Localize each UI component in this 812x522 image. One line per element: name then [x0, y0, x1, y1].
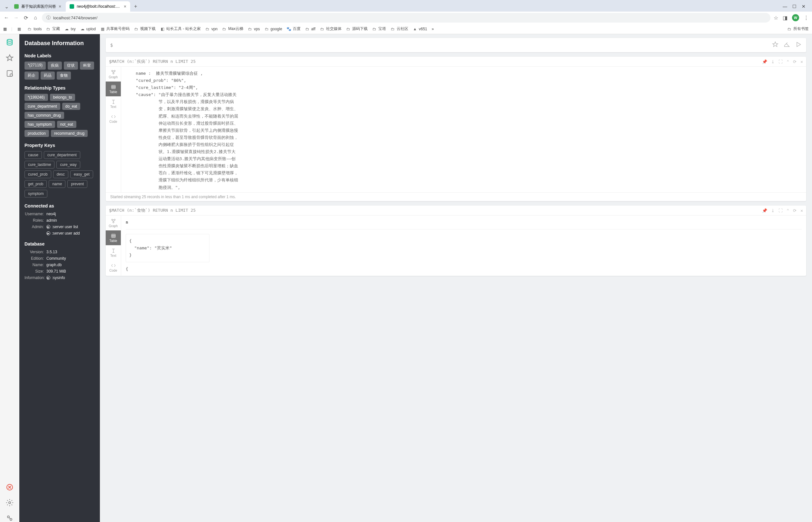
profile-avatar[interactable]: W — [792, 14, 799, 21]
view-tab-table[interactable]: Table — [106, 230, 121, 245]
chips-labels-chip-0[interactable]: *(27119) — [24, 62, 46, 69]
new-tab-button[interactable]: + — [131, 3, 140, 9]
close-window-icon[interactable]: ✕ — [802, 4, 806, 9]
collapse-icon[interactable]: ⌃ — [787, 208, 789, 213]
chips-rels-chip-5[interactable]: has_symptom — [24, 121, 55, 128]
chips-props-chip-2[interactable]: cure_lasttime — [24, 161, 55, 168]
reload-button[interactable]: ⟳ — [23, 15, 29, 21]
bookmark-star-icon[interactable]: ☆ — [774, 15, 778, 21]
rerun-icon[interactable]: ⟳ — [793, 59, 796, 64]
chips-labels-chip-4[interactable]: 药企 — [24, 72, 39, 80]
minimize-icon[interactable]: — — [783, 4, 787, 9]
browser-tab-1[interactable]: neo4j@bolt://localhost:7687 × — [66, 1, 130, 12]
conn-rows-val-2[interactable]: ▶:server user list — [46, 225, 95, 229]
pin-icon[interactable]: 📌 — [762, 59, 767, 64]
chips-rels-chip-2[interactable]: cure_department — [24, 103, 60, 110]
chips-labels-chip-3[interactable]: 科室 — [80, 62, 94, 69]
bookmark-item-9[interactable]: 🗀Max云梯 — [222, 26, 243, 32]
extensions-icon[interactable]: ◨ — [783, 15, 788, 21]
export-icon[interactable]: ⤓ — [771, 59, 775, 64]
conn-rows-val-3[interactable]: ▶:server user add — [46, 231, 95, 236]
favorite-icon[interactable] — [772, 41, 778, 49]
documents-icon[interactable] — [6, 69, 14, 77]
chips-props-chip-9[interactable]: prevent — [67, 180, 87, 188]
close-frame-icon[interactable]: ✕ — [800, 208, 803, 213]
chips-props-chip-4[interactable]: cured_prob — [24, 170, 51, 178]
bookmark-item-0[interactable]: ▦ — [17, 27, 23, 31]
bookmark-item-13[interactable]: 🗀aff — [305, 27, 316, 31]
chips-rels-chip-3[interactable]: do_eat — [62, 103, 81, 110]
bookmark-item-2[interactable]: 🗀宝藏 — [46, 26, 60, 32]
browser-tab-0[interactable]: 基于知识库医疗问答 × — [10, 1, 65, 12]
clear-icon[interactable] — [784, 41, 790, 49]
bookmark-item-7[interactable]: ◧站长工具 - 站长之家 — [160, 26, 201, 32]
bookmark-item-16[interactable]: 🗀宝塔 — [372, 26, 386, 32]
back-button[interactable]: ← — [3, 15, 10, 21]
close-icon[interactable]: × — [59, 4, 61, 9]
bookmarks-overflow[interactable]: » — [432, 27, 434, 31]
apps-grid-icon[interactable]: ▦ — [3, 27, 7, 31]
view-tab-table[interactable]: Table — [106, 82, 121, 96]
chips-rels-chip-8[interactable]: recommand_drug — [51, 130, 88, 137]
export-icon[interactable]: ⤓ — [771, 208, 775, 213]
info-icon[interactable]: ⓘ — [46, 15, 50, 21]
chips-props-chip-8[interactable]: name — [49, 180, 65, 188]
chips-rels-chip-1[interactable]: belongs_to — [50, 94, 75, 101]
rerun-icon[interactable]: ⟳ — [793, 208, 796, 213]
bookmark-item-17[interactable]: 🗀云社区 — [390, 26, 408, 32]
view-tab-graph[interactable]: Graph — [106, 216, 121, 230]
settings-icon[interactable] — [6, 499, 14, 506]
forward-button[interactable]: → — [13, 15, 19, 21]
bookmark-item-6[interactable]: 🗀视频下载 — [134, 26, 156, 32]
chips-props-chip-0[interactable]: cause — [24, 151, 42, 159]
chips-rels-chip-6[interactable]: not_eat — [57, 121, 76, 128]
maximize-icon[interactable]: ☐ — [792, 4, 796, 9]
bookmark-item-12[interactable]: 🐾百度 — [287, 26, 301, 32]
home-button[interactable]: ⌂ — [32, 15, 39, 21]
bookmark-item-14[interactable]: 🗀社交媒体 — [320, 26, 342, 32]
close-frame-icon[interactable]: ✕ — [800, 59, 803, 64]
chips-labels-chip-1[interactable]: 疾病 — [48, 62, 62, 69]
result-content[interactable]: n{ "name": "芡实米"}{ — [121, 216, 806, 276]
chips-props-chip-7[interactable]: get_prob — [24, 180, 47, 188]
chips-labels-chip-5[interactable]: 药品 — [41, 72, 55, 80]
bookmark-item-3[interactable]: ☁txy — [64, 27, 75, 31]
chips-labels-chip-6[interactable]: 食物 — [57, 72, 71, 80]
bookmark-item-5[interactable]: ▦共享账号密码 — [100, 26, 129, 32]
view-tab-text[interactable]: Text — [106, 96, 121, 111]
bookmark-item-18[interactable]: ▲v651 — [413, 27, 427, 31]
expand-icon[interactable]: ⛶ — [778, 59, 783, 64]
view-tab-code[interactable]: Code — [106, 111, 121, 126]
bookmark-item-1[interactable]: 🗀tools — [27, 27, 42, 31]
tab-list-toggle[interactable]: ⌄ — [3, 3, 10, 10]
sync-icon[interactable] — [6, 483, 14, 491]
play-icon[interactable] — [795, 41, 802, 49]
chips-props-chip-6[interactable]: easy_get — [70, 170, 93, 178]
db-rows-val-4[interactable]: ▶:sysinfo — [46, 276, 95, 280]
all-bookmarks[interactable]: 🗀所有书签 — [787, 26, 809, 32]
close-icon[interactable]: × — [124, 4, 126, 9]
bookmark-item-4[interactable]: ☁uplod — [80, 27, 96, 31]
chips-props-chip-1[interactable]: cure_department — [44, 151, 80, 159]
expand-icon[interactable]: ⛶ — [778, 208, 783, 213]
favorites-icon[interactable] — [6, 54, 14, 62]
view-tab-graph[interactable]: Graph — [106, 67, 121, 82]
about-icon[interactable] — [6, 514, 14, 522]
chips-rels-chip-4[interactable]: has_common_drug — [24, 112, 64, 119]
view-tab-text[interactable]: Text — [106, 245, 121, 260]
chips-props-chip-3[interactable]: cure_way — [56, 161, 80, 168]
collapse-icon[interactable]: ⌃ — [787, 59, 789, 64]
url-input[interactable]: ⓘ localhost:7474/browser/ — [42, 13, 770, 23]
bookmark-item-8[interactable]: 🗀vpn — [205, 27, 218, 31]
chips-rels-chip-0[interactable]: *(199246) — [24, 94, 48, 101]
chips-props-chip-10[interactable]: symptom — [24, 190, 47, 198]
bookmark-item-11[interactable]: 🗀google — [265, 27, 282, 31]
database-icon[interactable] — [6, 39, 14, 46]
bookmark-item-15[interactable]: 🗀源码下载 — [346, 26, 368, 32]
result-content[interactable]: name : 膝关节滑膜皱襞综合征 , "cured_prob": "86%",… — [121, 67, 806, 193]
chips-props-chip-5[interactable]: desc — [53, 170, 68, 178]
bookmark-item-10[interactable]: 🗀vps — [248, 27, 260, 31]
chips-rels-chip-7[interactable]: production — [24, 130, 49, 137]
cypher-editor[interactable]: $ — [106, 38, 806, 52]
menu-icon[interactable]: ⋮ — [804, 15, 809, 21]
